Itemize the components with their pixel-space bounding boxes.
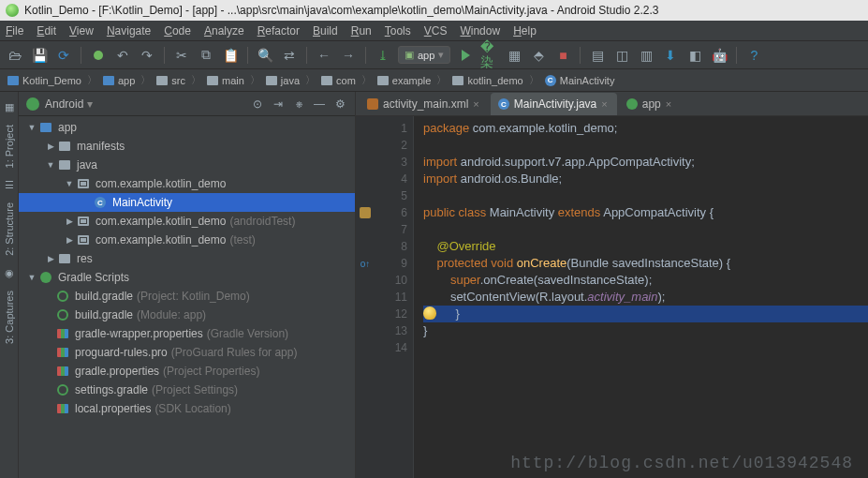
crumb-com[interactable]: com [319, 75, 358, 86]
crumb-example[interactable]: example [375, 75, 434, 86]
tree-node-com-example-kotlin-demo[interactable]: com.example.kotlin_demo (test) [19, 231, 355, 249]
make-project-icon[interactable]: ⤓ [374, 46, 392, 65]
redo-icon[interactable]: ↷ [138, 46, 156, 65]
android-monitor-icon[interactable]: 🤖 [710, 46, 728, 65]
code-editor[interactable]: package com.example.kotlin_demo;import a… [414, 116, 868, 478]
crumb-java[interactable]: java [264, 75, 302, 86]
menu-help[interactable]: Help [513, 24, 537, 37]
sync-icon[interactable]: ⟳ [54, 46, 73, 65]
close-tab-icon[interactable]: × [473, 98, 478, 110]
attach-debugger-icon[interactable]: ⬘ [529, 46, 548, 65]
menu-tools[interactable]: Tools [385, 24, 411, 37]
replace-icon[interactable]: ⇄ [280, 46, 299, 65]
tree-node-build-gradle[interactable]: build.gradle (Project: Kotlin_Demo) [19, 287, 355, 306]
hide-icon[interactable]: — [312, 97, 327, 112]
help-icon[interactable]: ? [744, 46, 763, 65]
crumb-main[interactable]: main [205, 75, 246, 86]
tree-expand-icon[interactable] [45, 253, 56, 264]
device-manager-icon[interactable]: ▥ [637, 46, 655, 65]
intention-bulb-icon[interactable] [423, 306, 436, 320]
tree-node-build-gradle[interactable]: build.gradle (Module: app) [19, 306, 355, 324]
editor-tab-app[interactable]: app× [619, 93, 681, 115]
tree-node-local-properties[interactable]: local.properties (SDK Location) [19, 399, 355, 418]
tree-node-java[interactable]: java [19, 156, 355, 174]
code-line[interactable]: public class MainActivity extends AppCom… [423, 204, 868, 221]
close-tab-icon[interactable]: × [601, 98, 607, 110]
crumb-src[interactable]: src [154, 75, 187, 86]
tool-tab-project[interactable]: 1: Project [2, 121, 17, 172]
code-line[interactable]: package com.example.kotlin_demo; [423, 120, 868, 137]
tree-node-proguard-rules-pro[interactable]: proguard-rules.pro (ProGuard Rules for a… [19, 343, 355, 362]
code-line[interactable]: protected void onCreate(Bundle savedInst… [423, 255, 868, 272]
menu-build[interactable]: Build [313, 24, 338, 37]
tree-node-settings-gradle[interactable]: settings.gradle (Project Settings) [19, 381, 355, 399]
code-line[interactable] [423, 339, 868, 356]
tree-node-gradle-properties[interactable]: gradle.properties (Project Properties) [19, 362, 355, 381]
tree-node-mainactivity[interactable]: CMainActivity [19, 193, 355, 212]
gear-icon[interactable]: ⚙ [332, 97, 347, 112]
structure-tab-icon[interactable]: ☰ [5, 179, 14, 191]
crumb-kotlin_demo[interactable]: kotlin_demo [450, 75, 524, 86]
editor-tab-mainactivity-java[interactable]: CMainActivity.java× [491, 93, 617, 115]
project-view-mode[interactable]: Android [45, 97, 83, 111]
tree-node-res[interactable]: res [19, 249, 355, 268]
tree-expand-icon[interactable] [26, 272, 37, 283]
project-tree[interactable]: appmanifestsjavacom.example.kotlin_demoC… [19, 116, 355, 478]
run-gutter-icon[interactable] [360, 207, 371, 218]
code-line[interactable]: setContentView(R.layout.activity_main); [423, 289, 868, 306]
tree-node-gradle-scripts[interactable]: Gradle Scripts [19, 268, 355, 287]
open-icon[interactable]: 🗁 [6, 46, 24, 65]
copy-icon[interactable]: ⧉ [197, 46, 215, 65]
code-line[interactable] [423, 137, 868, 154]
tree-expand-icon[interactable] [64, 234, 75, 246]
crumb-kotlin_demo[interactable]: Kotlin_Demo [6, 75, 83, 86]
code-line[interactable]: } [423, 306, 868, 322]
code-line[interactable] [423, 221, 868, 238]
chevron-down-icon[interactable]: ▾ [87, 97, 93, 111]
theme-editor-icon[interactable]: ◧ [685, 46, 704, 65]
tree-expand-icon[interactable] [45, 141, 56, 152]
captures-tab-icon[interactable]: ◉ [5, 267, 14, 279]
gradle-icon[interactable]: ◫ [612, 46, 631, 65]
code-line[interactable] [423, 187, 868, 204]
menu-view[interactable]: View [69, 24, 94, 37]
back-icon[interactable]: ← [315, 46, 333, 65]
crumb-app[interactable]: app [101, 75, 137, 86]
collapse-all-icon[interactable]: ⊙ [250, 97, 265, 112]
tree-node-com-example-kotlin-demo[interactable]: com.example.kotlin_demo (androidTest) [19, 212, 355, 231]
layout-inspector-icon[interactable]: ▤ [588, 46, 607, 65]
tool-tab-structure[interactable]: 2: Structure [2, 199, 17, 260]
forward-icon[interactable]: → [339, 46, 358, 65]
tree-node-app[interactable]: app [19, 118, 355, 137]
tree-expand-icon[interactable] [64, 216, 75, 227]
tree-expand-icon[interactable] [64, 178, 75, 189]
menu-analyze[interactable]: Analyze [204, 24, 244, 37]
save-all-icon[interactable]: 💾 [30, 46, 49, 65]
stop-icon[interactable]: ■ [553, 46, 572, 65]
avd-manager-icon[interactable] [89, 46, 108, 65]
cut-icon[interactable]: ✂ [172, 46, 191, 65]
tree-node-manifests[interactable]: manifests [19, 137, 355, 156]
sdk-manager-icon[interactable]: ⬇ [661, 46, 680, 65]
override-gutter-icon[interactable]: o↑ [360, 259, 371, 269]
menu-refactor[interactable]: Refactor [257, 24, 300, 37]
menu-vcs[interactable]: VCS [424, 24, 448, 37]
paste-icon[interactable]: 📋 [221, 46, 240, 65]
menu-edit[interactable]: Edit [37, 24, 56, 37]
crumb-mainactivity[interactable]: CMainActivity [543, 75, 617, 86]
tree-node-gradle-wrapper-properties[interactable]: gradle-wrapper.properties (Gradle Versio… [19, 324, 355, 343]
code-line[interactable]: @Override [423, 238, 868, 255]
menu-run[interactable]: Run [351, 24, 372, 37]
undo-icon[interactable]: ↶ [113, 46, 132, 65]
tree-expand-icon[interactable] [45, 159, 56, 171]
tree-node-com-example-kotlin-demo[interactable]: com.example.kotlin_demo [19, 174, 355, 193]
menu-file[interactable]: File [6, 24, 23, 37]
project-tab-icon[interactable]: ▦ [5, 101, 14, 113]
tree-expand-icon[interactable] [26, 122, 37, 133]
run-icon[interactable] [456, 46, 475, 65]
editor-tab-activity-main-xml[interactable]: activity_main.xml× [360, 93, 489, 115]
profile-icon[interactable]: ▦ [505, 46, 523, 65]
menu-navigate[interactable]: Navigate [107, 24, 151, 37]
close-tab-icon[interactable]: × [666, 98, 671, 110]
find-icon[interactable]: 🔍 [256, 46, 274, 65]
